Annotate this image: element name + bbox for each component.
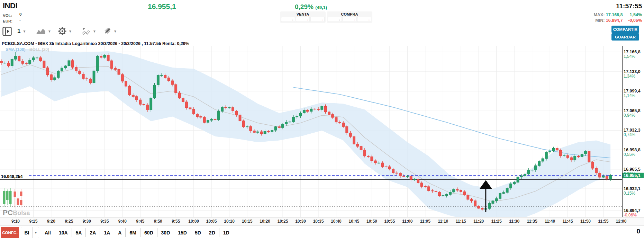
candle-body (221, 107, 224, 112)
candle-body (531, 170, 533, 170)
candle-body (431, 191, 434, 191)
candle-body (85, 79, 88, 79)
candle-body (32, 58, 35, 60)
x-axis-time: 10:35 (313, 219, 324, 224)
x-axis-time: 11:15 (456, 219, 466, 224)
candle-body (492, 201, 494, 204)
candle-body (310, 109, 312, 112)
max-value: 17.166,8 (606, 12, 623, 17)
candle-body (185, 102, 188, 108)
x-axis-time: 9:20 (47, 219, 55, 224)
candle-body (39, 58, 42, 61)
candle-body (417, 179, 419, 183)
candle-body (517, 177, 519, 183)
y-axis-price: 17.166,8 (624, 50, 641, 54)
range-button-5d[interactable]: 5D (191, 230, 205, 235)
candle-body (392, 169, 394, 173)
candle-body (502, 193, 505, 194)
min-value: 16.894,7 (606, 18, 623, 23)
candle-body (203, 117, 206, 123)
price-axis: 17.166,81,54%17.133,01,34%17.099,41,14%1… (624, 50, 641, 217)
candle-body (588, 151, 590, 162)
candle-body (250, 127, 252, 131)
range-button-6m[interactable]: 6M (126, 230, 140, 235)
candle-body (552, 148, 555, 151)
candle-body (463, 192, 466, 195)
candle-body (478, 206, 480, 208)
x-axis-time: 9:10 (11, 219, 20, 224)
x-axis-time: 9:35 (100, 219, 109, 224)
x-axis-time: 9:45 (136, 219, 144, 224)
chart-type-selector[interactable]: ▼ (36, 22, 51, 40)
range-button-a[interactable]: A (114, 230, 125, 235)
candle-body (371, 157, 373, 161)
x-axis-time: 10:40 (331, 219, 342, 224)
y-axis-price: 16.932,1 (624, 186, 641, 191)
candle-body (467, 195, 469, 199)
legend-sma100[interactable]: SMA (100) (6, 47, 26, 52)
range-button-30d[interactable]: 30D (157, 230, 174, 235)
candle-body (189, 108, 191, 109)
logo-candles-icon (3, 188, 22, 207)
x-axis-time: 11:30 (509, 219, 519, 224)
change-percent: 0,29% (49,1) (295, 3, 327, 11)
y-axis-percent: 0,55% (624, 152, 635, 157)
chevron-down-icon: ▼ (48, 29, 51, 33)
range-button-1a[interactable]: 1A (100, 230, 114, 235)
settings-button[interactable]: ▼ (58, 22, 72, 40)
candle-body (509, 184, 512, 188)
range-button-2a[interactable]: 2A (86, 230, 100, 235)
compra-cell-qty: - (328, 17, 342, 22)
candle-body (299, 113, 302, 116)
add-indicator-button[interactable]: ▼ (82, 22, 96, 40)
candle-body (239, 115, 241, 121)
x-axis-time: 10:20 (260, 219, 270, 224)
y-axis-price: 17.099,4 (624, 89, 641, 94)
candle-body (46, 68, 49, 75)
session-clock: 11:57:55 (616, 2, 642, 10)
range-button-2d[interactable]: 2D (205, 230, 219, 235)
chevron-down-icon: ▼ (114, 29, 117, 33)
range-button-10a[interactable]: 10A (55, 230, 72, 235)
candle-body (267, 131, 270, 132)
candle-body (563, 155, 565, 156)
chart-panel-toggle-button[interactable] (2, 22, 12, 40)
timeframe-selector[interactable]: 1 ▼ (17, 22, 26, 40)
index-selector[interactable]: BI ▼ (21, 227, 39, 238)
candle-body (200, 117, 202, 117)
candle-body (71, 61, 74, 67)
candle-body (96, 56, 99, 71)
candle-body (68, 61, 70, 66)
svg-text:16.955,1: 16.955,1 (624, 173, 641, 178)
range-button-1d[interactable]: 1D (219, 230, 233, 235)
range-button-5a[interactable]: 5A (72, 230, 86, 235)
compra-book: COMPRA - - - (327, 11, 372, 23)
candle-body (599, 173, 601, 177)
candle-body (207, 120, 209, 122)
logo-text: PCBolsa (3, 208, 30, 216)
range-button-all[interactable]: All (41, 230, 55, 235)
range-button-15d[interactable]: 15D (174, 230, 191, 235)
x-axis-time: 11:25 (491, 219, 502, 224)
min-label: MIN: (595, 18, 605, 23)
config-button[interactable]: CONFG. (1, 227, 19, 238)
candle-body (167, 78, 170, 81)
pencil-icon (103, 27, 111, 35)
candle-body (453, 189, 455, 192)
candle-body (132, 95, 134, 97)
x-axis-time: 12:00 (616, 219, 627, 224)
candle-body (381, 163, 384, 167)
save-button[interactable]: GUARDAR (611, 33, 639, 41)
candle-body (54, 78, 56, 80)
candle-body (346, 126, 348, 133)
candle-body (57, 71, 60, 78)
share-button[interactable]: COMPARTIR (611, 26, 639, 33)
x-axis-time: 10:50 (366, 219, 377, 224)
legend-boll20[interactable]: BOLL (20) (29, 47, 49, 52)
candlestick-chart[interactable]: 17.166,81,54%17.133,01,34%17.099,41,14%1… (0, 46, 644, 217)
candle-body (595, 168, 597, 173)
candle-body (235, 111, 238, 115)
range-button-60d[interactable]: 60D (140, 230, 157, 235)
drawing-tools-button[interactable]: ▼ (103, 22, 117, 40)
candle-body (153, 85, 156, 98)
